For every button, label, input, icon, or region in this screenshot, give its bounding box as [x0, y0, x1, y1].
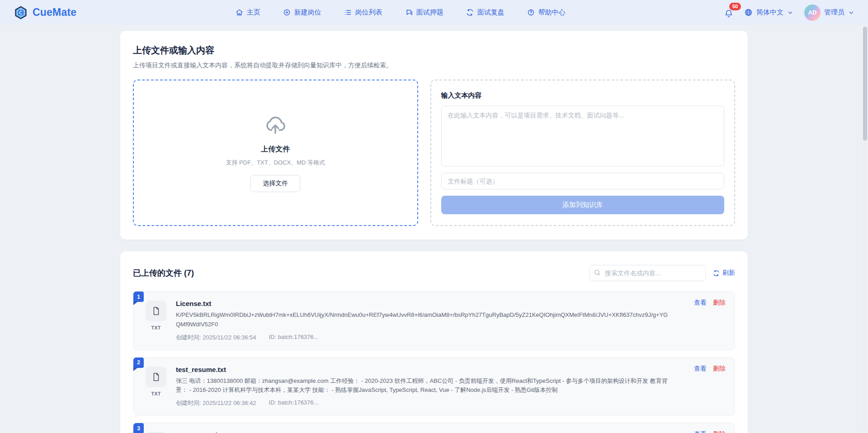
file-index-badge: 3: [133, 423, 144, 433]
file-body: README.md # CueMate - 智能语音面试助手 <div alig…: [176, 431, 726, 433]
file-type-label: TXT: [151, 391, 161, 396]
chevron-down-icon: [787, 9, 793, 16]
view-file-link[interactable]: 查看: [694, 365, 707, 373]
nav-item-help-center[interactable]: 帮助中心: [527, 8, 566, 17]
text-file-icon: [146, 367, 166, 387]
notifications-button[interactable]: 50: [724, 7, 733, 18]
delete-file-link[interactable]: 删除: [713, 365, 726, 373]
file-created-time: 创建时间: 2025/11/22 06:36:54: [176, 334, 256, 342]
search-icon: [594, 269, 601, 276]
main-content: 上传文件或输入内容 上传项目文件或直接输入文本内容，系统将自动提取并存储到向量知…: [120, 31, 748, 433]
globe-icon: [744, 8, 753, 17]
file-item: 3 MD README.md # CueMate - 智能语音面试助手 <div…: [133, 423, 735, 433]
refresh-button[interactable]: 刷新: [713, 269, 735, 277]
nav-item-new-position[interactable]: 新建岗位: [283, 8, 321, 17]
nav-item-interview-review[interactable]: 面试复盘: [466, 8, 505, 17]
nav-label-position-list: 岗位列表: [355, 8, 382, 17]
file-item: 1 TXT License.txt K/PEV5kBRLRigWm0IRDbiJ…: [133, 291, 735, 350]
language-selector[interactable]: 简体中文: [744, 8, 793, 17]
file-body: License.txt K/PEV5kBRLRigWm0IRDbiJ+zWubt…: [176, 300, 726, 342]
top-navbar: C CueMate 主页 新建岗位 岗位列表 面试押: [0, 0, 868, 25]
files-header: 已上传的文件 (7) 刷新: [133, 265, 735, 281]
delete-file-link[interactable]: 删除: [713, 430, 726, 433]
file-name: README.md: [176, 431, 671, 433]
content-textarea[interactable]: [441, 106, 725, 166]
nav-label-interview-questions: 面试押题: [416, 8, 443, 17]
home-icon: [236, 9, 243, 16]
file-icon-column: TXT: [145, 301, 167, 342]
file-name: test_resume.txt: [176, 366, 671, 373]
upload-card: 上传文件或输入内容 上传项目文件或直接输入文本内容，系统将自动提取并存储到向量知…: [120, 31, 748, 240]
nav-item-home[interactable]: 主页: [236, 8, 260, 17]
navbar-right: 50 简体中文 AD 管理员: [724, 5, 854, 21]
file-body: test_resume.txt 张三 电话：13800138000 邮箱：zha…: [176, 366, 726, 408]
files-tools: 刷新: [589, 265, 735, 281]
file-title-input[interactable]: [441, 173, 725, 189]
notification-badge: 50: [729, 3, 741, 10]
search-box: [589, 265, 706, 281]
file-actions: 查看 删除: [694, 430, 726, 433]
view-file-link[interactable]: 查看: [694, 299, 707, 307]
help-circle-icon: [527, 9, 535, 16]
brand-logo[interactable]: C CueMate: [14, 5, 76, 20]
text-input-zone: 输入文本内容 添加到知识库: [430, 80, 736, 226]
cloud-upload-icon: [264, 114, 287, 137]
file-dropzone[interactable]: 上传文件 支持 PDF、TXT、DOCX、MD 等格式 选择文件: [133, 80, 418, 226]
upload-row: 上传文件 支持 PDF、TXT、DOCX、MD 等格式 选择文件 输入文本内容 …: [133, 80, 735, 226]
upload-section-title: 上传文件或输入内容: [133, 44, 735, 56]
avatar: AD: [804, 5, 821, 21]
files-card: 已上传的文件 (7) 刷新 1: [120, 251, 748, 433]
list-icon: [344, 9, 352, 16]
user-name: 管理员: [824, 8, 844, 17]
file-search-input[interactable]: [589, 265, 706, 281]
scrollbar-thumb[interactable]: [863, 27, 867, 141]
text-file-icon: [146, 301, 166, 321]
view-file-link[interactable]: 查看: [694, 430, 707, 433]
file-actions: 查看 删除: [694, 299, 726, 307]
refresh-icon: [713, 270, 720, 277]
dropzone-formats: 支持 PDF、TXT、DOCX、MD 等格式: [226, 159, 325, 167]
nav-label-interview-review: 面试复盘: [477, 8, 505, 17]
user-menu[interactable]: AD 管理员: [804, 5, 854, 21]
file-batch-id: ID: batch:176376...: [269, 399, 319, 407]
plus-circle-icon: [283, 9, 291, 16]
nav-label-new-position: 新建岗位: [294, 8, 321, 17]
nav-label-home: 主页: [247, 8, 260, 17]
file-created-time: 创建时间: 2025/11/22 06:36:42: [176, 399, 256, 407]
nav-item-interview-questions[interactable]: 面试押题: [405, 8, 443, 17]
main-nav: 主页 新建岗位 岗位列表 面试押题 面试复盘: [236, 8, 566, 17]
file-item: 2 TXT test_resume.txt 张三 电话：13800138000 …: [133, 357, 735, 416]
cycle-icon: [466, 9, 474, 16]
file-list: 1 TXT License.txt K/PEV5kBRLRigWm0IRDbiJ…: [133, 291, 735, 433]
file-icon-column: TXT: [145, 367, 167, 408]
dropzone-title: 上传文件: [261, 145, 290, 154]
delete-file-link[interactable]: 删除: [713, 299, 726, 307]
file-type-label: TXT: [151, 325, 161, 330]
file-batch-id: ID: batch:176376...: [269, 334, 319, 342]
chevron-down-icon: [848, 9, 854, 16]
language-label: 简体中文: [756, 8, 783, 17]
chat-icon: [405, 9, 413, 16]
cuemate-logo-icon: C: [14, 5, 28, 20]
file-meta: 创建时间: 2025/11/22 06:36:42 ID: batch:1763…: [176, 399, 671, 407]
brand-name: CueMate: [33, 6, 76, 19]
text-input-title: 输入文本内容: [441, 91, 725, 100]
file-actions: 查看 删除: [694, 365, 726, 373]
file-index-badge: 1: [133, 292, 144, 302]
refresh-label: 刷新: [722, 269, 735, 277]
upload-section-subtitle: 上传项目文件或直接输入文本内容，系统将自动提取并存储到向量知识库中，方便后续检索…: [133, 61, 735, 70]
nav-label-help-center: 帮助中心: [538, 8, 566, 17]
file-name: License.txt: [176, 300, 671, 307]
svg-text:C: C: [19, 9, 23, 15]
add-to-knowledge-base-button[interactable]: 添加到知识库: [441, 196, 725, 214]
files-title: 已上传的文件 (7): [133, 268, 194, 278]
file-preview: 张三 电话：13800138000 邮箱：zhangsan@example.co…: [176, 377, 671, 395]
file-meta: 创建时间: 2025/11/22 06:36:54 ID: batch:1763…: [176, 334, 671, 342]
scrollbar-track[interactable]: [863, 26, 867, 432]
file-preview: K/PEV5kBRLRigWm0IRDbiJ+zWubtH7mk+xELUh6V…: [176, 311, 671, 329]
choose-file-button[interactable]: 选择文件: [250, 175, 300, 192]
nav-item-position-list[interactable]: 岗位列表: [344, 8, 382, 17]
file-index-badge: 2: [133, 358, 144, 368]
